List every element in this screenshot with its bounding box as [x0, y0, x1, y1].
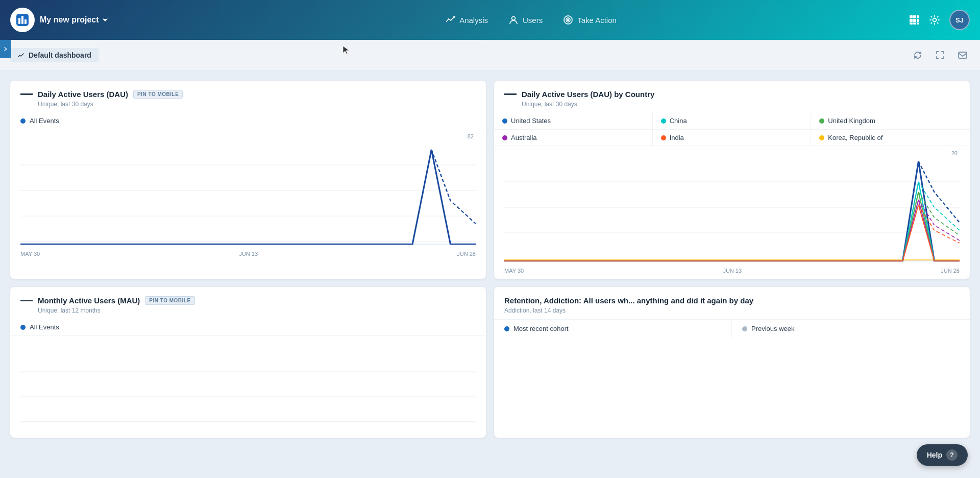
nav-take-action[interactable]: Take Action: [563, 15, 617, 25]
retention-card: Retention, Addiction: All users wh... an…: [494, 287, 970, 438]
dau-card: Daily Active Users (DAU) PIN TO MOBILE U…: [10, 81, 486, 279]
dau-pin-badge[interactable]: PIN TO MOBILE: [133, 90, 183, 99]
us-dot: [502, 118, 507, 124]
legend-india: India: [653, 130, 812, 146]
svg-rect-19: [959, 52, 967, 58]
retention-subtitle: Addiction, last 14 days: [504, 307, 960, 314]
help-button[interactable]: Help ?: [917, 444, 968, 466]
users-icon: [508, 15, 519, 25]
retention-title: Retention, Addiction: All users wh... an…: [504, 296, 960, 305]
svg-rect-2: [21, 16, 23, 24]
mau-legend-row: All Events: [10, 319, 486, 336]
dau-country-header: Daily Active Users (DAU) by Country Uniq…: [494, 81, 970, 113]
svg-point-8: [568, 19, 569, 21]
avatar[interactable]: SJ: [949, 10, 970, 30]
settings-icon[interactable]: [929, 14, 940, 26]
refresh-icon[interactable]: [911, 48, 925, 62]
dau-country-x-label-1: JUN 13: [723, 268, 742, 274]
svg-rect-10: [913, 15, 916, 18]
dau-legend-label: All Events: [30, 117, 59, 125]
subheader-actions: [911, 48, 970, 62]
header-right: SJ: [909, 10, 970, 30]
header-left: My new project: [10, 8, 153, 32]
retention-legend-prev: Previous week: [732, 320, 970, 338]
legend-australia: Australia: [494, 130, 653, 146]
dau-legend-dot: [20, 118, 26, 124]
mau-legend-label: All Events: [30, 323, 59, 331]
svg-point-4: [453, 16, 455, 18]
dau-x-label-1: JUN 13: [239, 251, 258, 257]
email-icon[interactable]: [955, 48, 970, 62]
svg-rect-11: [917, 15, 919, 18]
svg-rect-13: [913, 19, 916, 22]
mau-pin-badge[interactable]: PIN TO MOBILE: [145, 296, 194, 305]
arrow-right-icon: [3, 46, 8, 52]
mau-card-header: Monthly Active Users (MAU) PIN TO MOBILE…: [10, 287, 486, 319]
svg-rect-9: [910, 15, 913, 18]
nav-analysis[interactable]: Analysis: [445, 15, 488, 25]
target-icon: [563, 15, 573, 25]
mau-legend-dot: [20, 325, 26, 330]
subheader: Default dashboard: [0, 40, 980, 70]
svg-rect-12: [910, 19, 913, 22]
sidebar-toggle[interactable]: [0, 40, 11, 58]
app-header: My new project Analysis Users: [0, 0, 980, 40]
dau-country-chart-area: 20: [494, 146, 970, 279]
dau-x-labels: MAY 30 JUN 13 JUN 28: [20, 249, 476, 259]
uk-dot: [819, 118, 824, 124]
dau-title-row: Daily Active Users (DAU) PIN TO MOBILE: [20, 90, 476, 99]
dau-x-label-0: MAY 30: [20, 251, 40, 257]
mau-title: Monthly Active Users (MAU): [38, 296, 140, 305]
dau-country-title-row: Daily Active Users (DAU) by Country: [504, 90, 960, 99]
mau-card: Monthly Active Users (MAU) PIN TO MOBILE…: [10, 287, 486, 438]
mau-subtitle: Unique, last 12 months: [38, 307, 476, 314]
dau-country-chart-svg: [504, 151, 960, 264]
main-nav: Analysis Users Take Action: [153, 15, 909, 25]
dashboard-label[interactable]: Default dashboard: [10, 48, 99, 62]
retention-prev-dot: [742, 326, 747, 331]
mau-dash: [20, 300, 33, 301]
legend-united-states: United States: [494, 113, 653, 129]
korea-dot: [819, 135, 824, 140]
svg-rect-16: [913, 22, 916, 25]
country-legend-row2: Australia India Korea, Republic of: [494, 129, 970, 146]
nav-users[interactable]: Users: [508, 15, 543, 25]
india-dot: [661, 135, 666, 140]
dashboard-icon: [17, 52, 24, 59]
chart-icon: [445, 15, 455, 25]
dau-country-card: Daily Active Users (DAU) by Country Uniq…: [494, 81, 970, 279]
dau-x-label-2: JUN 28: [457, 251, 476, 257]
mau-title-row: Monthly Active Users (MAU) PIN TO MOBILE: [20, 296, 476, 305]
mau-chart-svg: [20, 341, 476, 438]
svg-point-5: [511, 17, 515, 20]
svg-point-18: [933, 18, 937, 22]
aus-dot: [502, 135, 507, 140]
grid-icon[interactable]: [909, 14, 920, 26]
dau-country-subtitle: Unique, last 30 days: [522, 101, 960, 108]
svg-rect-1: [18, 18, 20, 24]
chevron-down-icon: [102, 17, 108, 23]
dau-legend-row: All Events: [10, 113, 486, 129]
fullscreen-icon[interactable]: [933, 48, 947, 62]
mau-chart-area: [10, 336, 486, 438]
svg-rect-15: [910, 22, 913, 25]
dau-card-header: Daily Active Users (DAU) PIN TO MOBILE U…: [10, 81, 486, 113]
dau-country-title: Daily Active Users (DAU) by Country: [522, 90, 654, 99]
main-content: Daily Active Users (DAU) PIN TO MOBILE U…: [0, 70, 980, 448]
dau-chart-svg: [20, 134, 476, 247]
question-icon: ?: [946, 449, 958, 461]
dau-chart-area: 82 MAY 30 JUN 13 JUN 28: [10, 129, 486, 262]
project-name[interactable]: My new project: [40, 15, 108, 25]
dau-country-dash: [504, 93, 517, 95]
dau-dash: [20, 93, 33, 95]
app-logo[interactable]: [10, 8, 35, 32]
legend-korea: Korea, Republic of: [811, 130, 970, 146]
legend-china: China: [653, 113, 812, 129]
dau-chart-max: 82: [468, 133, 474, 139]
dau-title: Daily Active Users (DAU): [38, 90, 128, 99]
dau-country-chart-max: 20: [951, 150, 958, 156]
dau-subtitle: Unique, last 30 days: [38, 101, 476, 108]
country-legend-row1: United States China United Kingdom: [494, 113, 970, 129]
legend-united-kingdom: United Kingdom: [811, 113, 970, 129]
svg-rect-14: [917, 19, 919, 22]
